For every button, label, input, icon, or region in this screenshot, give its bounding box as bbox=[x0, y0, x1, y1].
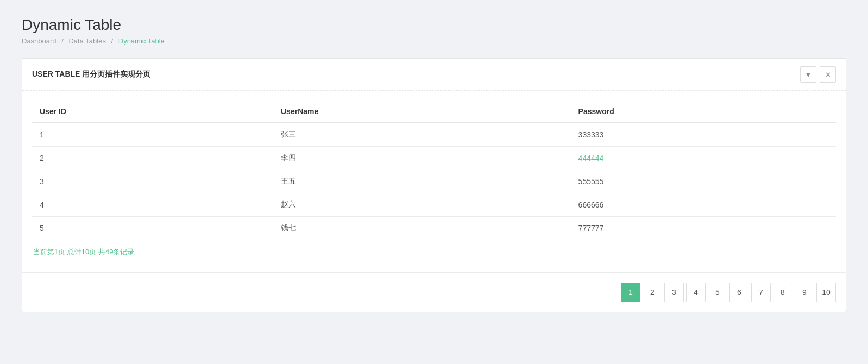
table-body: 1张三3333332李四4444443王五5555554赵六6666665钱七7… bbox=[32, 123, 836, 240]
pagination-info: 当前第1页 总计10页 共49条记录 bbox=[32, 247, 836, 257]
user-table-card: USER TABLE 用分页插件实现分页 ▼ ✕ User ID UserNam… bbox=[22, 58, 846, 312]
cell-userid: 1 bbox=[32, 123, 273, 147]
col-header-userid: User ID bbox=[32, 101, 273, 123]
page-button-5[interactable]: 5 bbox=[708, 283, 727, 302]
cell-userid: 4 bbox=[32, 193, 273, 217]
cell-username: 张三 bbox=[273, 123, 571, 147]
page-button-4[interactable]: 4 bbox=[686, 283, 706, 302]
page-button-8[interactable]: 8 bbox=[773, 283, 792, 302]
pagination: 12345678910 bbox=[621, 283, 836, 302]
collapse-button[interactable]: ▼ bbox=[800, 66, 816, 83]
page-button-7[interactable]: 7 bbox=[751, 283, 771, 302]
cell-username: 王五 bbox=[273, 170, 571, 193]
table-row: 5钱七777777 bbox=[32, 217, 836, 240]
card-header: USER TABLE 用分页插件实现分页 ▼ ✕ bbox=[22, 59, 846, 91]
cell-password: 333333 bbox=[571, 123, 836, 147]
page-button-1[interactable]: 1 bbox=[621, 283, 640, 302]
cell-username: 赵六 bbox=[273, 193, 571, 217]
cell-userid: 5 bbox=[32, 217, 273, 240]
breadcrumb-sep-2: / bbox=[111, 37, 115, 45]
cell-userid: 2 bbox=[32, 147, 273, 170]
table-row: 2李四444444 bbox=[32, 147, 836, 170]
page-wrapper: Dynamic Table Dashboard / Data Tables / … bbox=[0, 0, 868, 364]
page-button-6[interactable]: 6 bbox=[729, 283, 749, 302]
cell-password: 444444 bbox=[571, 147, 836, 170]
breadcrumb: Dashboard / Data Tables / Dynamic Table bbox=[22, 37, 846, 45]
breadcrumb-dashboard[interactable]: Dashboard bbox=[22, 37, 56, 45]
card-header-title: USER TABLE 用分页插件实现分页 bbox=[32, 70, 150, 79]
breadcrumb-dynamic-table[interactable]: Dynamic Table bbox=[118, 37, 165, 45]
cell-username: 钱七 bbox=[273, 217, 571, 240]
cell-userid: 3 bbox=[32, 170, 273, 193]
cell-password: 555555 bbox=[571, 170, 836, 193]
col-header-username: UserName bbox=[273, 101, 571, 123]
user-table: User ID UserName Password 1张三3333332李四44… bbox=[32, 101, 836, 240]
page-title: Dynamic Table bbox=[22, 16, 846, 34]
page-button-10[interactable]: 10 bbox=[816, 283, 836, 302]
breadcrumb-sep-1: / bbox=[61, 37, 65, 45]
page-button-2[interactable]: 2 bbox=[643, 283, 662, 302]
breadcrumb-data-tables[interactable]: Data Tables bbox=[68, 37, 105, 45]
page-button-3[interactable]: 3 bbox=[664, 283, 684, 302]
table-header-row: User ID UserName Password bbox=[32, 101, 836, 123]
cell-password: 777777 bbox=[571, 217, 836, 240]
cell-username: 李四 bbox=[273, 147, 571, 170]
card-header-actions: ▼ ✕ bbox=[800, 66, 836, 83]
card-body: User ID UserName Password 1张三3333332李四44… bbox=[22, 91, 846, 267]
close-button[interactable]: ✕ bbox=[820, 66, 836, 83]
pagination-wrapper: 12345678910 bbox=[22, 272, 846, 312]
table-row: 1张三333333 bbox=[32, 123, 836, 147]
table-row: 4赵六666666 bbox=[32, 193, 836, 217]
table-row: 3王五555555 bbox=[32, 170, 836, 193]
cell-password: 666666 bbox=[571, 193, 836, 217]
col-header-password: Password bbox=[571, 101, 836, 123]
page-button-9[interactable]: 9 bbox=[795, 283, 814, 302]
